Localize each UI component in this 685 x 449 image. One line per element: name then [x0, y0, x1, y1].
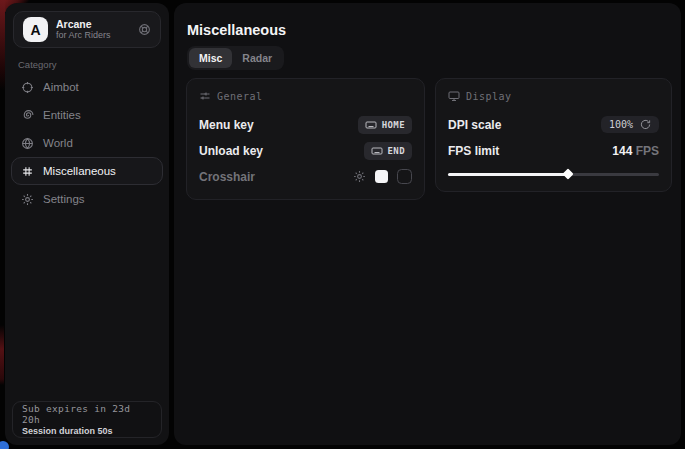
spiral-icon: [21, 109, 34, 122]
background-red-edge-lower: [0, 325, 4, 385]
sidebar-item-miscellaneous[interactable]: Miscellaneous: [11, 157, 163, 185]
crosshair-label: Crosshair: [199, 170, 255, 184]
general-card-title: General: [217, 91, 263, 102]
unload-key-bind-button[interactable]: END: [364, 142, 412, 160]
cards-row: General Menu key HOME Unload key: [186, 78, 672, 200]
sidebar: A Arcane for Arc Riders Category Aimbot: [5, 3, 169, 445]
subscription-info-box: Sub expires in 23d 20h Session duration …: [12, 401, 162, 438]
display-card-title: Display: [466, 91, 512, 102]
unload-key-label: Unload key: [199, 144, 263, 158]
session-duration-text: Session duration 50s: [22, 426, 152, 436]
crosshair-color-swatch[interactable]: [375, 170, 388, 183]
crosshair-settings-gear-icon[interactable]: [353, 170, 366, 183]
sidebar-item-label: Aimbot: [43, 81, 79, 93]
category-label: Category: [18, 59, 57, 70]
globe-icon: [21, 137, 34, 150]
sidebar-item-label: Entities: [43, 109, 81, 121]
background-blue-dot: [0, 441, 9, 449]
sub-expiry-text: Sub expires in 23d 20h: [22, 403, 152, 425]
sidebar-nav: Aimbot Entities World M: [11, 73, 163, 213]
menu-key-value: HOME: [382, 120, 405, 130]
app-title: Arcane: [56, 18, 130, 30]
sidebar-item-aimbot[interactable]: Aimbot: [11, 73, 163, 101]
dpi-scale-row: DPI scale 100%: [448, 113, 659, 136]
sidebar-item-settings[interactable]: Settings: [11, 185, 163, 213]
hash-grid-icon: [21, 165, 34, 178]
fps-limit-value: 144 FPS: [612, 144, 659, 158]
menu-key-row: Menu key HOME: [199, 113, 412, 136]
main-panel: Miscellaneous Misc Radar General Menu ke…: [174, 3, 681, 445]
unload-key-row: Unload key END: [199, 139, 412, 162]
tab-bar: Misc Radar: [187, 46, 284, 70]
crosshair-icon: [21, 81, 34, 94]
page-title: Miscellaneous: [187, 22, 286, 38]
dpi-scale-value: 100%: [609, 119, 633, 130]
sidebar-item-world[interactable]: World: [11, 129, 163, 157]
lifebuoy-icon[interactable]: [138, 23, 151, 36]
fps-unit: FPS: [636, 144, 659, 158]
tab-radar[interactable]: Radar: [232, 48, 282, 68]
display-card: Display DPI scale 100% FPS limit 144 FPS: [435, 78, 672, 192]
general-card: General Menu key HOME Unload key: [186, 78, 425, 200]
crosshair-row: Crosshair: [199, 165, 412, 188]
fps-limit-row: FPS limit 144 FPS: [448, 139, 659, 162]
app-header-card: A Arcane for Arc Riders: [13, 11, 161, 48]
sidebar-item-label: World: [43, 137, 73, 149]
dpi-scale-label: DPI scale: [448, 118, 501, 132]
menu-key-bind-button[interactable]: HOME: [358, 116, 412, 134]
fps-limit-slider[interactable]: [448, 168, 659, 180]
crosshair-checkbox[interactable]: [397, 169, 412, 184]
dpi-scale-selector[interactable]: 100%: [601, 116, 659, 133]
rotate-icon: [640, 119, 651, 130]
keyboard-icon: [371, 145, 383, 157]
fps-limit-label: FPS limit: [448, 144, 499, 158]
app-subtitle: for Arc Riders: [56, 30, 130, 40]
app-logo: A: [23, 17, 48, 42]
sliders-icon: [199, 90, 211, 102]
gear-icon: [21, 193, 34, 206]
sidebar-item-entities[interactable]: Entities: [11, 101, 163, 129]
sidebar-item-label: Settings: [43, 193, 85, 205]
menu-key-label: Menu key: [199, 118, 254, 132]
slider-thumb[interactable]: [563, 168, 574, 179]
tab-misc[interactable]: Misc: [189, 48, 232, 68]
keyboard-icon: [365, 119, 377, 131]
monitor-icon: [448, 90, 460, 102]
slider-fill: [448, 173, 568, 176]
unload-key-value: END: [388, 146, 405, 156]
sidebar-item-label: Miscellaneous: [43, 165, 116, 177]
